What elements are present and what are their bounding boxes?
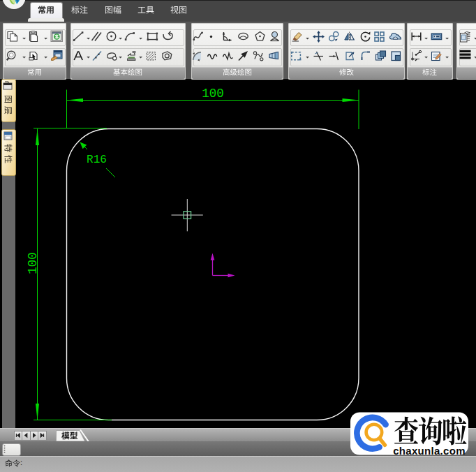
svg-text:R16: R16 xyxy=(87,154,107,166)
svg-text:100: 100 xyxy=(26,252,40,274)
svg-text:100: 100 xyxy=(202,87,224,101)
